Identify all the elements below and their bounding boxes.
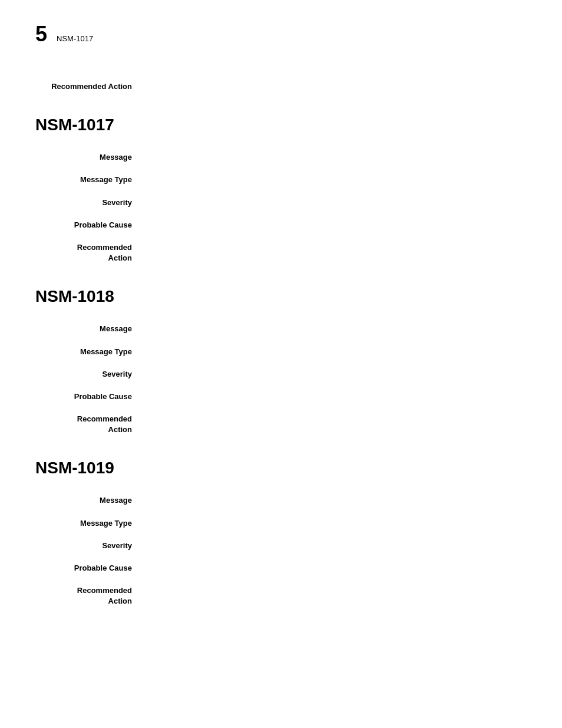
top-recommended-action-label: Recommended Action: [35, 80, 141, 92]
field-row: Message Type: [35, 517, 527, 529]
field-row: Severity: [35, 196, 527, 208]
field-label: Message: [35, 322, 141, 334]
field-label: Severity: [35, 196, 141, 208]
field-label: Probable Cause: [35, 562, 141, 574]
field-label: Probable Cause: [35, 390, 141, 402]
field-label: Message Type: [35, 173, 141, 185]
field-row: RecommendedAction: [35, 413, 527, 435]
field-row: Probable Cause: [35, 219, 527, 230]
section-nsm-1018: NSM-1018MessageMessage TypeSeverityProba…: [35, 287, 527, 435]
field-row: Message: [35, 151, 527, 163]
field-label: Message Type: [35, 345, 141, 357]
field-row: Message Type: [35, 345, 527, 357]
field-label: Probable Cause: [35, 219, 141, 230]
field-row: Probable Cause: [35, 390, 527, 402]
section-nsm-1019: NSM-1019MessageMessage TypeSeverityProba…: [35, 459, 527, 607]
field-label: RecommendedAction: [35, 413, 141, 435]
field-label: RecommendedAction: [35, 241, 141, 263]
field-label: RecommendedAction: [35, 584, 141, 607]
field-row: RecommendedAction: [35, 241, 527, 263]
section-title-nsm-1019: NSM-1019: [35, 459, 527, 477]
page-header: 5 NSM-1017: [35, 24, 527, 45]
section-nsm-1017: NSM-1017MessageMessage TypeSeverityProba…: [35, 116, 527, 263]
field-row: Probable Cause: [35, 562, 527, 574]
field-label: Severity: [35, 368, 141, 380]
field-row: Severity: [35, 368, 527, 380]
sections-container: NSM-1017MessageMessage TypeSeverityProba…: [35, 116, 527, 607]
top-recommended-action: Recommended Action: [35, 80, 527, 92]
section-title-nsm-1018: NSM-1018: [35, 287, 527, 306]
field-label: Message Type: [35, 517, 141, 529]
field-label: Severity: [35, 539, 141, 551]
field-row: RecommendedAction: [35, 584, 527, 607]
page-number: 5: [35, 24, 47, 45]
field-row: Message: [35, 322, 527, 334]
field-label: Message: [35, 151, 141, 163]
section-title-nsm-1017: NSM-1017: [35, 116, 527, 134]
field-row: Message: [35, 494, 527, 506]
page-subtitle: NSM-1017: [57, 34, 93, 43]
field-row: Message Type: [35, 173, 527, 185]
field-label: Message: [35, 494, 141, 506]
field-row: Severity: [35, 539, 527, 551]
